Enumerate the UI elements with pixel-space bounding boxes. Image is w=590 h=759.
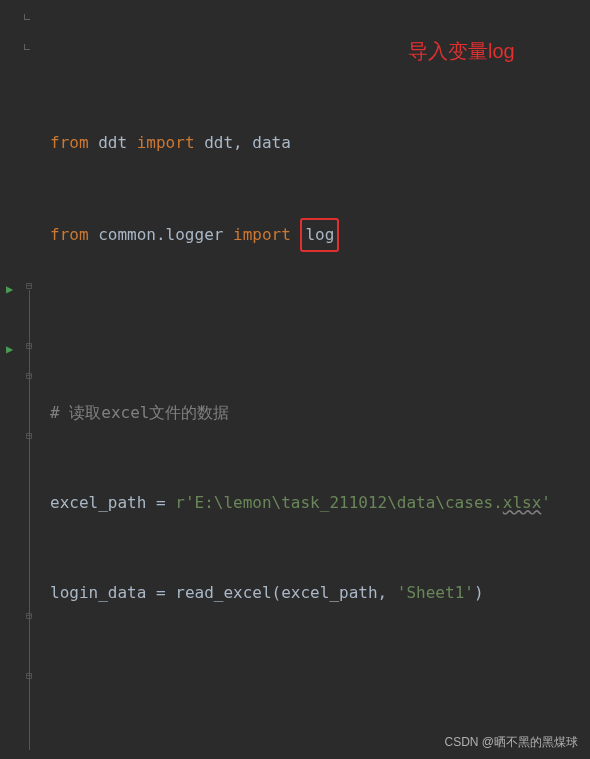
watermark-text: CSDN @晒不黑的黑煤球 xyxy=(444,734,578,751)
code-line: excel_path = r'E:\lemon\task_211012\data… xyxy=(38,488,590,518)
fold-icon[interactable]: ⊟ xyxy=(24,280,34,290)
run-arrow-icon[interactable]: ▶ xyxy=(6,282,13,296)
editor-gutter: ▶ ⊟ ▶ ⊟ ⊟ ⊟ ⊟ ⊟ xyxy=(0,0,38,759)
code-line: login_data = read_excel(excel_path, 'She… xyxy=(38,578,590,608)
code-content[interactable]: 导入变量log from ddt import ddt, data from c… xyxy=(38,0,590,759)
code-line: from ddt import ddt, data xyxy=(38,128,590,158)
code-line: # 读取excel文件的数据 xyxy=(38,398,590,428)
highlight-box: log xyxy=(300,218,339,252)
run-arrow-icon[interactable]: ▶ xyxy=(6,342,13,356)
annotation-text: 导入变量log xyxy=(408,36,515,66)
code-editor: ▶ ⊟ ▶ ⊟ ⊟ ⊟ ⊟ ⊟ 导入变量log from ddt import … xyxy=(0,0,590,759)
code-line: from common.logger import log xyxy=(38,218,590,248)
